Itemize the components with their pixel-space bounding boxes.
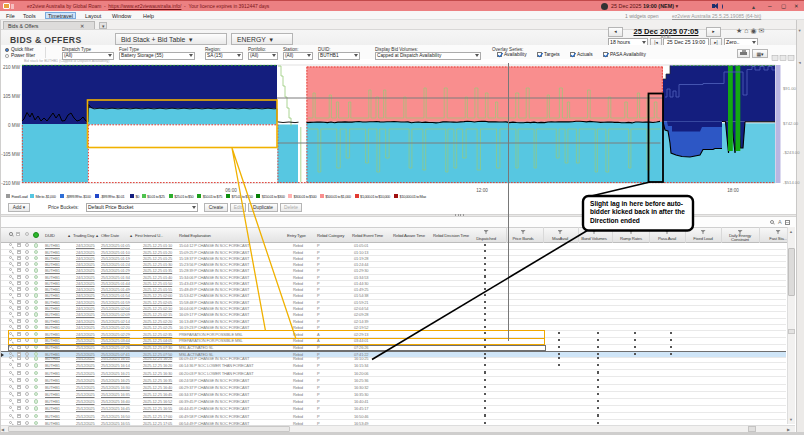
- svg-text:$742.00: $742.00: [783, 121, 799, 126]
- svg-text:Slight lag in here before auto: Slight lag in here before auto-: [590, 200, 683, 208]
- svg-text:Direction ended: Direction ended: [590, 217, 640, 224]
- svg-text:12:00: 12:00: [476, 188, 488, 193]
- svg-text:bidder kicked back in after th: bidder kicked back in after the: [590, 208, 685, 215]
- svg-text:-$243.00: -$243.00: [783, 150, 800, 155]
- svg-text:-$514.00: -$514.00: [783, 180, 800, 185]
- svg-text:-210 MW: -210 MW: [1, 181, 20, 186]
- svg-text:105 MW: 105 MW: [3, 94, 21, 99]
- svg-text:210 MW: 210 MW: [3, 65, 21, 70]
- svg-text:$91.00: $91.00: [783, 86, 796, 91]
- svg-text:-105 MW: -105 MW: [1, 152, 20, 157]
- svg-text:Bid stack for BUTHB1 (Capped a: Bid stack for BUTHB1 (Capped at Dispatch…: [24, 59, 109, 63]
- svg-text:06:00: 06:00: [225, 188, 237, 193]
- svg-text:0 MW: 0 MW: [8, 123, 21, 128]
- svg-text:18:00: 18:00: [727, 188, 739, 193]
